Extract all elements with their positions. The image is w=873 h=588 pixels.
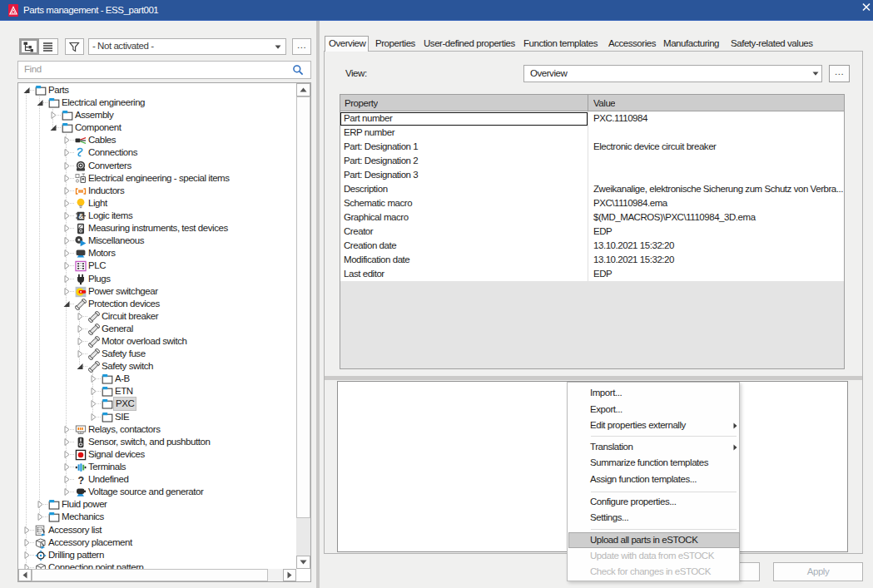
svg-text:&: &: [78, 212, 83, 220]
svg-text:?: ?: [77, 475, 83, 487]
